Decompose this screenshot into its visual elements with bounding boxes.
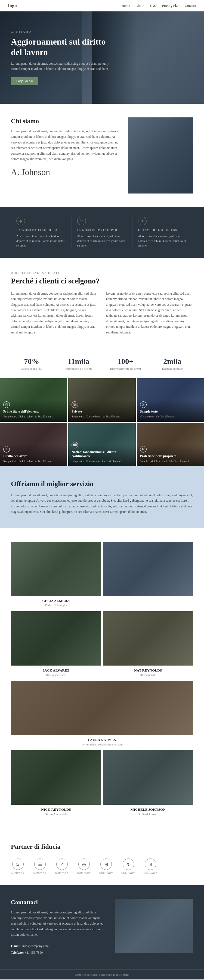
partner-icon-7: ⊡ xyxy=(145,859,156,870)
partner-label-6: COMPANY xyxy=(121,872,135,874)
stat-4: 2mila Esempio di titolo xyxy=(152,357,193,370)
team-name-celia: CELIA ALMEDA xyxy=(11,599,101,603)
team-role-nat: Difesa penale xyxy=(103,673,193,676)
partner-icon-6: ↯ xyxy=(123,859,134,870)
card-title-1: Primo titolo dell'elemento xyxy=(3,410,64,414)
hero-button[interactable]: Leggi di più xyxy=(11,77,38,85)
grid-card-5[interactable]: 📖 Nozioni fondamentali sul diritto costi… xyxy=(68,423,135,466)
team-info-michele: MICHELE JOHNSON Diritto del lavoro xyxy=(103,805,193,818)
contact-phone-value: +21.456.7890 xyxy=(25,951,43,955)
contact-image xyxy=(115,899,193,953)
nav-about[interactable]: About xyxy=(135,3,144,8)
philosophy-icon-2: ⚖ xyxy=(77,216,86,225)
partner-label-1: COMPANY xyxy=(11,872,25,874)
team-role-michele: Diritto del lavoro xyxy=(103,812,193,816)
stat-number-4: 2mila xyxy=(152,357,193,366)
chi-siamo-section: Chi siamo Lorem ipsum dolor sit amet, co… xyxy=(0,104,204,207)
perche-title: Perché i clienti ci scelgono? xyxy=(11,277,193,285)
card-sample-2: Sample text. Click to intest the Text El… xyxy=(72,415,132,418)
philosophy-text-2: Al vero eos et accusam et justo duo dolo… xyxy=(77,234,127,248)
card-content-5: 📖 Nozioni fondamentali sul diritto costi… xyxy=(72,442,132,463)
team-item-jack: JACK ALVAREZ Diritto societario xyxy=(11,611,101,679)
nav-home[interactable]: Home xyxy=(121,3,130,8)
hero-title: Aggiornamenti sul diritto del lavoro xyxy=(11,37,114,57)
partner-logo-7: ⊡ COMPANY xyxy=(143,859,157,874)
team-item-nat: NAT REYNOLDS Difesa penale xyxy=(103,611,193,679)
team-img-celia xyxy=(11,542,101,596)
stat-2: 11mila Riferimenti dei clienti xyxy=(58,357,100,370)
stat-number-1: 70% xyxy=(11,357,53,366)
card-content-1: ⚖ Primo titolo dell'elemento Sample text… xyxy=(3,401,64,418)
partner-label-3: COMPANY xyxy=(55,872,69,874)
stat-number-2: 11mila xyxy=(58,357,100,366)
team-img-nat xyxy=(103,611,193,665)
card-title-4: Diritto del lavoro xyxy=(3,454,64,458)
contact-phone-label: Telefono: xyxy=(11,951,24,955)
contact-title: Contattaci xyxy=(11,899,104,906)
team-info-laura: LAURA NGUYEN Diritto della proprietà int… xyxy=(81,735,123,749)
team-item-laura: LAURA NGUYEN Diritto della proprietà int… xyxy=(11,681,193,749)
partner-label-2: COMPANY xyxy=(33,872,47,874)
nav-faq[interactable]: FAQ xyxy=(150,3,157,8)
card-content-4: ✔ Diritto del lavoro Sample text. Click … xyxy=(3,446,64,463)
team-img-laura xyxy=(11,681,193,735)
partner-icon-3: ✓ xyxy=(56,859,68,870)
grid-card-2[interactable]: 📚 Privato Sample text. Click to intest t… xyxy=(68,378,135,422)
team-info-jack: JACK ALVAREZ Diritto societario xyxy=(11,665,101,679)
partner-logo-3: ✓ COMPANY xyxy=(55,859,69,874)
team-name-nick: NICK REYNOLDS xyxy=(11,807,101,812)
card-icon-2: 📚 xyxy=(72,401,78,408)
nav-pricing[interactable]: Pricing Plan xyxy=(162,3,180,8)
stat-label-3: Riconoscimenti dei premi xyxy=(105,367,146,370)
stat-label-1: Clienti soddisfatti xyxy=(11,367,53,370)
perche-section: DIRITTI LEGALI SPIEGATI Perché i clienti… xyxy=(0,258,204,349)
chi-siamo-text: Chi siamo Lorem ipsum dolor sit amet, co… xyxy=(11,118,120,177)
partner-logo-5: ⊞ COMPANY xyxy=(99,859,113,874)
hero-section: CHI SIAMO Aggiornamenti sul diritto del … xyxy=(0,11,204,104)
partner-icon-4: ◎ xyxy=(78,859,90,870)
logo: logo xyxy=(8,3,17,8)
team-img-michele xyxy=(103,750,193,805)
grid-card-1[interactable]: ⚖ Primo titolo dell'elemento Sample text… xyxy=(0,378,67,422)
team-role-celia: Diritto di famiglia xyxy=(11,604,101,607)
contact-paragraph: Lorem ipsum dolor sit amet, consetetur s… xyxy=(11,910,104,937)
card-icon-1: ⚖ xyxy=(3,401,10,408)
hero-content: CHI SIAMO Aggiornamenti sul diritto del … xyxy=(11,30,114,85)
chi-siamo-paragraph: Lorem ipsum dolor sit amet, consectetur … xyxy=(11,129,120,162)
team-item-michele: MICHELE JOHNSON Diritto del lavoro xyxy=(103,750,193,818)
stat-3: 100+ Riconoscimenti dei premi xyxy=(105,357,146,370)
card-icon-5: 📖 xyxy=(72,442,78,449)
grid-card-4[interactable]: ✔ Diritto del lavoro Sample text. Click … xyxy=(0,423,67,466)
card-sample-1: Sample text. Click to select the Text El… xyxy=(3,415,64,418)
philosophy-icon-3: ★ xyxy=(138,216,147,225)
service-title: Offriamo il miglior servizio xyxy=(11,480,193,488)
hero-tag: CHI SIAMO xyxy=(11,30,114,33)
card-content-2: 📚 Privato Sample text. Click to intest t… xyxy=(72,401,132,418)
team-img-2 xyxy=(103,542,193,596)
contact-text: Contattaci Lorem ipsum dolor sit amet, c… xyxy=(11,899,104,956)
card-icon-6: ⚙ xyxy=(140,446,147,452)
partner-icon-1: Ω xyxy=(12,859,24,870)
team-section: CELIA ALMEDA Diritto di famiglia JACK AL… xyxy=(0,528,204,832)
partner-label-4: COMPANY xyxy=(77,872,91,874)
stat-number-3: 100+ xyxy=(105,357,146,366)
philosophy-text-3: Al vero eos et accusam et justo duo dolo… xyxy=(138,234,188,248)
footer: Sample text. Click to select the Text El… xyxy=(0,969,204,980)
partner-icon-2: ☰ xyxy=(34,859,46,870)
stat-1: 70% Clienti soddisfatti xyxy=(11,357,53,370)
hero-description: Lorem ipsum dolor sit amet, consectetur … xyxy=(11,61,114,72)
philosophy-text-1: Al vero eos et accusam et justo duo dolo… xyxy=(16,234,66,248)
card-title-5: Nozioni fondamentali sul diritto costitu… xyxy=(72,450,132,458)
card-sample-6: Sample text. Click to select the Text El… xyxy=(140,459,201,463)
philosophy-title-1: LA NOSTRA FILOSOFIA xyxy=(16,229,66,232)
contact-email-row: E-mail: info@company.com xyxy=(11,943,104,949)
contact-phone-row: Telefono: +21.456.7890 xyxy=(11,949,104,956)
stats-bar: 70% Clienti soddisfatti 11mila Riferimen… xyxy=(0,349,204,378)
grid-card-3[interactable]: ⚖ Sample testo Click to select the Text … xyxy=(137,378,204,422)
grid-card-6[interactable]: ⚙ Protezione della proprietà Sample text… xyxy=(137,423,204,466)
philosophy-item-2: ⚖ IL NOSTRO PRINCIPIO Al vero eos et acc… xyxy=(72,216,133,248)
perche-text-left: Lorem ipsum dolor sit amet, consetetur s… xyxy=(11,291,98,335)
team-info-nat: NAT REYNOLDS Difesa penale xyxy=(103,665,193,679)
nav-contact[interactable]: Contact xyxy=(185,3,196,8)
team-info-nick: NICK REYNOLDS Diritto Ambientale xyxy=(11,805,101,818)
